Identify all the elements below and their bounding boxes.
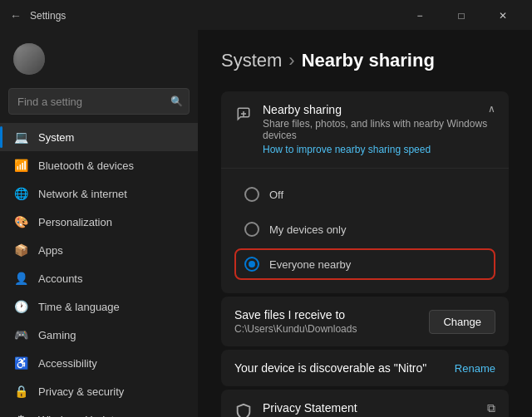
radio-option-everyone[interactable]: Everyone nearby [234,248,495,280]
user-section [0,37,198,88]
change-button[interactable]: Change [429,310,495,334]
nearby-sharing-desc: Share files, photos, and links with near… [263,118,488,141]
sidebar-item-apps[interactable]: 📦 Apps [0,236,198,264]
titlebar-title: Settings [30,10,66,22]
nearby-sharing-title: Nearby sharing [263,103,488,116]
gaming-icon: 🎮 [13,327,28,342]
system-icon: 💻 [13,130,28,145]
privacy-title: Privacy Statement [263,401,477,415]
discoverable-text: Your device is discoverable as "Nitro" [234,361,426,375]
sidebar-item-label: Network & internet [38,188,127,200]
radio-label-off: Off [269,189,283,201]
sidebar-item-system[interactable]: 💻 System [0,123,198,151]
sidebar-item-label: Accessibility [38,357,97,370]
content-area: System › Nearby sharing Nearby sharing S… [198,30,532,417]
sidebar-item-network[interactable]: 🌐 Network & internet [0,179,198,208]
avatar [13,43,45,75]
minimize-button[interactable]: − [401,4,439,27]
sidebar-item-bluetooth[interactable]: 📶 Bluetooth & devices [0,151,198,179]
breadcrumb-current: Nearby sharing [302,50,435,71]
radio-option-my-devices[interactable]: My devices only [234,213,495,245]
sidebar-item-privacy[interactable]: 🔒 Privacy & security [0,377,198,405]
shield-icon [234,403,253,417]
card-chevron-icon[interactable]: ∧ [488,103,495,115]
sidebar-item-label: Gaming [38,329,76,341]
radio-button-my-devices[interactable] [244,222,259,237]
radio-button-everyone[interactable] [244,257,259,272]
apps-icon: 📦 [13,243,28,258]
breadcrumb-parent: System [221,50,282,71]
external-link-icon[interactable]: ⧉ [487,401,495,415]
save-files-row: Save files I receive to C:\Users\Kundu\D… [221,297,509,346]
sidebar-item-label: System [38,131,74,144]
save-files-title: Save files I receive to [234,308,357,321]
windows-update-icon: ⚙ [13,412,28,417]
radio-dot-everyone [249,261,255,267]
sidebar-item-label: Time & language [38,301,120,313]
radio-options: Off My devices only Everyone nearby [221,169,509,293]
search-icon: 🔍 [170,96,183,107]
sidebar-item-accessibility[interactable]: ♿ Accessibility [0,349,198,377]
sidebar-item-label: Privacy & security [38,385,124,398]
close-button[interactable]: ✕ [484,4,522,27]
sidebar-item-label: Apps [38,244,63,257]
sidebar-item-accounts[interactable]: 👤 Accounts [0,264,198,292]
titlebar-left: ← Settings [10,9,66,22]
sidebar-item-label: Accounts [38,272,82,285]
search-input[interactable] [8,88,190,115]
nearby-sharing-icon [234,105,253,123]
sidebar-item-label: Personalization [38,216,112,228]
sidebar: 🔍 💻 System 📶 Bluetooth & devices 🌐 Netwo… [0,30,198,417]
save-files-path: C:\Users\Kundu\Downloads [234,323,357,335]
page-header: System › Nearby sharing [221,50,509,71]
sidebar-item-label: Bluetooth & devices [38,159,134,172]
card-header: Nearby sharing Share files, photos, and … [221,91,509,169]
sidebar-item-personalization[interactable]: 🎨 Personalization [0,208,198,236]
sidebar-item-time[interactable]: 🕐 Time & language [0,292,198,321]
sidebar-item-label: Windows Update [38,414,120,418]
radio-label-everyone: Everyone nearby [269,258,351,271]
radio-label-my-devices: My devices only [269,223,346,236]
sidebar-item-windows-update[interactable]: ⚙ Windows Update [0,405,198,417]
breadcrumb-separator: › [288,50,294,71]
main-layout: 🔍 💻 System 📶 Bluetooth & devices 🌐 Netwo… [0,30,532,417]
nearby-sharing-link[interactable]: How to improve nearby sharing speed [263,144,431,155]
sidebar-item-gaming[interactable]: 🎮 Gaming [0,321,198,349]
maximize-button[interactable]: □ [442,4,480,27]
nearby-sharing-card: Nearby sharing Share files, photos, and … [221,91,509,293]
time-icon: 🕐 [13,299,28,314]
rename-button[interactable]: Rename [455,362,495,375]
accounts-icon: 👤 [13,271,28,286]
accessibility-icon: ♿ [13,356,28,370]
back-icon[interactable]: ← [10,9,22,22]
titlebar: ← Settings − □ ✕ [0,0,532,30]
radio-button-off[interactable] [244,187,259,202]
network-icon: 🌐 [13,186,28,201]
privacy-statement-row: Privacy Statement Understand how Microso… [221,390,509,417]
discoverable-row: Your device is discoverable as "Nitro" R… [221,350,509,386]
titlebar-controls: − □ ✕ [401,4,522,27]
privacy-icon: 🔒 [13,384,28,399]
radio-option-off[interactable]: Off [234,179,495,210]
bluetooth-icon: 📶 [13,158,28,173]
search-box[interactable]: 🔍 [8,88,190,115]
personalization-icon: 🎨 [13,214,28,229]
